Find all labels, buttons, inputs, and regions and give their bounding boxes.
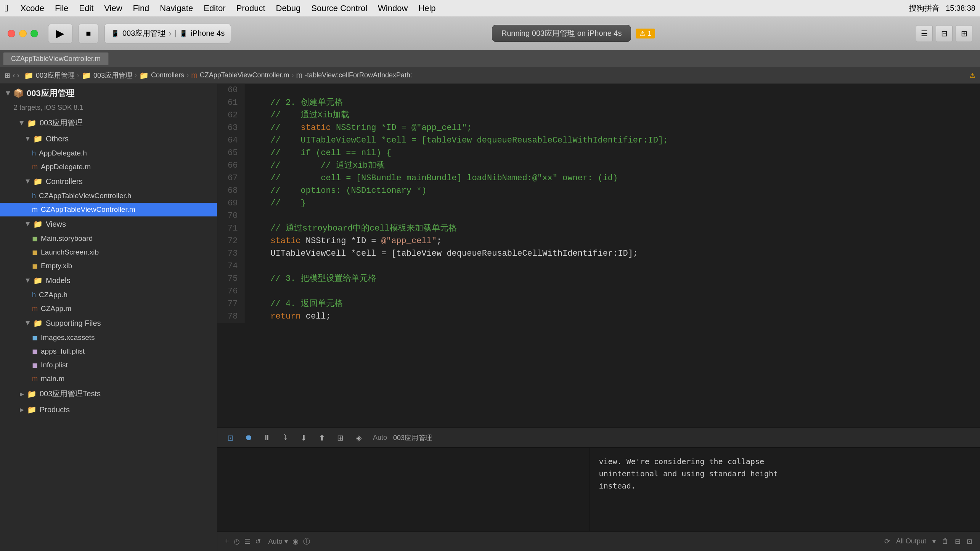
- line-content[interactable]: // // 通过xib加载: [244, 159, 980, 172]
- sidebar-item-apps-plist[interactable]: ◼ apps_full.plist: [0, 344, 217, 358]
- sidebar-item-czapp-model-h[interactable]: h CZApp.h: [0, 288, 217, 302]
- breadcrumb-grid-icon[interactable]: ⊞: [5, 71, 10, 80]
- debug-step-over[interactable]: ⤵: [278, 431, 292, 445]
- line-content[interactable]: [244, 260, 980, 272]
- folder-icon-controllers: 📁: [33, 177, 43, 186]
- minimize-button[interactable]: [19, 30, 27, 37]
- sidebar-item-main-m[interactable]: m main.m: [0, 372, 217, 386]
- line-content[interactable]: return cell;: [244, 310, 980, 323]
- breadcrumb-warning-icon[interactable]: ⚠: [969, 71, 975, 80]
- debug-record-btn[interactable]: ⏺: [242, 431, 255, 445]
- line-content[interactable]: // 2. 创建单元格: [244, 96, 980, 109]
- group-others-header[interactable]: ▶ 📁 Others: [0, 131, 217, 146]
- input-method: 搜狗拼音: [909, 3, 940, 13]
- filter-icon[interactable]: ☰: [244, 537, 251, 546]
- close-button[interactable]: [8, 30, 15, 37]
- sidebar-project-root[interactable]: ▶ 📦 003应用管理: [0, 84, 217, 103]
- sidebar-item-appdelegate-h[interactable]: h AppDelegate.h: [0, 146, 217, 160]
- sidebar-item-mainstoryboard[interactable]: ◼ Main.storyboard: [0, 232, 217, 245]
- line-content[interactable]: [244, 285, 980, 298]
- navigator-toggle[interactable]: ☰: [916, 25, 933, 42]
- clear-output-btn[interactable]: 🗑: [942, 537, 949, 545]
- apple-menu[interactable]: : [5, 2, 8, 14]
- active-tab[interactable]: CZAppTableViewController.m: [3, 52, 109, 65]
- menu-edit[interactable]: Edit: [74, 2, 99, 15]
- breadcrumb-item-3[interactable]: Controllers: [151, 71, 184, 79]
- line-content[interactable]: // 通过stroyboard中的cell模板来加载单元格: [244, 222, 980, 235]
- line-content[interactable]: // }: [244, 197, 980, 210]
- sidebar-item-xcassets[interactable]: ◼ Images.xcassets: [0, 331, 217, 344]
- add-btn[interactable]: +: [225, 537, 229, 545]
- group-main-app-header[interactable]: ▶ 📁 003应用管理: [0, 115, 217, 131]
- scheme-label[interactable]: Auto ▾: [268, 537, 288, 546]
- warning-badge[interactable]: ⚠ 1: [636, 29, 655, 38]
- line-content[interactable]: // cell = [NSBundle mainBundle] loadNibN…: [244, 172, 980, 184]
- line-number: 60: [217, 84, 244, 96]
- sidebar-item-info-plist[interactable]: ◼ Info.plist: [0, 358, 217, 372]
- menu-source-control[interactable]: Source Control: [306, 2, 373, 15]
- line-content[interactable]: // options: (NSDictionary *): [244, 184, 980, 197]
- output-chevron[interactable]: ▾: [932, 537, 936, 546]
- clear-icon[interactable]: ↺: [255, 537, 261, 546]
- menu-navigate[interactable]: Navigate: [154, 2, 198, 15]
- sidebar-item-tests[interactable]: ▶ 📁 003应用管理Tests: [0, 386, 217, 402]
- sidebar-item-appdelegate-m[interactable]: m AppDelegate.m: [0, 160, 217, 174]
- line-content[interactable]: UITableViewCell *cell = [tableView deque…: [244, 247, 980, 260]
- table-row: 61 // 2. 创建单元格: [217, 96, 980, 109]
- info-icon[interactable]: ⓘ: [303, 537, 310, 546]
- output-filter-icon[interactable]: ⟳: [884, 537, 890, 546]
- debug-view-hierarchy[interactable]: ⊞: [333, 431, 347, 445]
- menu-editor[interactable]: Editor: [198, 2, 231, 15]
- debug-step-out[interactable]: ⬆: [315, 431, 329, 445]
- code-editor[interactable]: 60 61 // 2. 创建单元格 62 // 通过Xib加载 63 // st…: [217, 84, 980, 428]
- sidebar-item-products[interactable]: ▶ 📁 Products: [0, 402, 217, 417]
- breadcrumb-item-2[interactable]: 003应用管理: [93, 71, 132, 80]
- line-content[interactable]: // 通过Xib加载: [244, 109, 980, 122]
- debug-console-btn[interactable]: ⊡: [223, 431, 237, 445]
- breadcrumb-forward[interactable]: ›: [17, 71, 19, 79]
- sidebar-item-emptyx[interactable]: ◼ Empty.xib: [0, 259, 217, 273]
- sidebar-item-czapp-model-m[interactable]: m CZApp.m: [0, 302, 217, 316]
- line-content[interactable]: [244, 210, 980, 222]
- menu-view[interactable]: View: [99, 2, 127, 15]
- run-button[interactable]: ▶: [48, 24, 72, 43]
- line-content[interactable]: static NSString *ID = @"app_cell";: [244, 235, 980, 247]
- menu-product[interactable]: Product: [231, 2, 271, 15]
- expand-btn[interactable]: ⊡: [967, 537, 972, 546]
- menu-file[interactable]: File: [50, 2, 74, 15]
- group-controllers-header[interactable]: ▶ 📁 Controllers: [0, 174, 217, 189]
- eye-icon[interactable]: ◉: [292, 537, 299, 546]
- menu-help[interactable]: Help: [413, 2, 441, 15]
- fullscreen-button[interactable]: [31, 30, 38, 37]
- scheme-selector[interactable]: 📱 003应用管理 › | 📱 iPhone 4s: [104, 24, 231, 43]
- menu-xcode[interactable]: Xcode: [15, 2, 50, 15]
- sidebar-item-launchscreen[interactable]: ◼ LaunchScreen.xib: [0, 245, 217, 259]
- split-view-btn[interactable]: ⊟: [955, 537, 961, 546]
- breadcrumb-item-5[interactable]: -tableView:cellForRowAtIndexPath:: [305, 71, 412, 79]
- group-views-header[interactable]: ▶ 📁 Views: [0, 216, 217, 232]
- line-content[interactable]: [244, 84, 980, 96]
- menu-window[interactable]: Window: [373, 2, 413, 15]
- menu-debug[interactable]: Debug: [271, 2, 306, 15]
- group-supporting-header[interactable]: ▶ 📁 Supporting Files: [0, 316, 217, 331]
- sidebar-item-czapp-h[interactable]: h CZAppTableViewController.h: [0, 189, 217, 203]
- breadcrumb-item-1[interactable]: 003应用管理: [36, 71, 75, 80]
- line-content[interactable]: // if (cell == nil) {: [244, 147, 980, 159]
- group-models-header[interactable]: ▶ 📁 Models: [0, 273, 217, 288]
- output-label[interactable]: All Output: [896, 537, 926, 545]
- line-content[interactable]: // UITableViewCell *cell = [tableView de…: [244, 134, 980, 147]
- debug-step-into[interactable]: ⬇: [297, 431, 310, 445]
- line-content[interactable]: // 4. 返回单元格: [244, 298, 980, 310]
- breadcrumb-back[interactable]: ‹: [13, 71, 15, 79]
- line-content[interactable]: // 3. 把模型设置给单元格: [244, 272, 980, 285]
- sidebar-item-czapp-m[interactable]: m CZAppTableViewController.m: [0, 203, 217, 216]
- menu-find[interactable]: Find: [128, 2, 155, 15]
- stop-button[interactable]: ■: [79, 24, 98, 43]
- debug-pause-btn[interactable]: ⏸: [260, 431, 274, 445]
- line-content[interactable]: // static NSString *ID = @"app_cell";: [244, 122, 980, 134]
- history-icon[interactable]: ◷: [234, 537, 240, 546]
- debug-location[interactable]: ◈: [352, 431, 365, 445]
- utilities-toggle[interactable]: ⊞: [956, 25, 972, 42]
- debug-toggle[interactable]: ⊟: [936, 25, 953, 42]
- breadcrumb-item-4[interactable]: CZAppTableViewController.m: [200, 71, 289, 79]
